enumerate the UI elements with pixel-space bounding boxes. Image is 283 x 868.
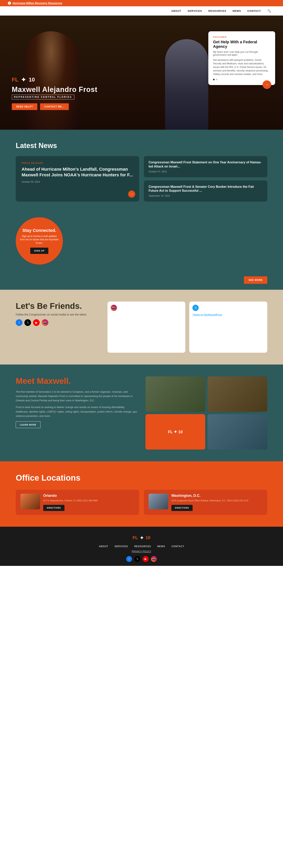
footer-social: f 𝕏 ▶ 📷 bbox=[16, 556, 267, 562]
meet-title: Meet Maxwell. bbox=[16, 376, 138, 386]
hurricane-link[interactable]: Hurricane Milton Recovery Resources bbox=[12, 2, 62, 5]
card-dots bbox=[213, 79, 271, 80]
nav-contact[interactable]: CONTACT bbox=[247, 9, 261, 12]
orlando-name: Orlando bbox=[43, 494, 98, 498]
featured-card: FEATURED Get Help With a Federal Agency … bbox=[208, 31, 275, 85]
dc-directions-button[interactable]: DIRECTIONS bbox=[171, 505, 192, 511]
dot-1[interactable] bbox=[213, 79, 215, 80]
news-side-2-date: September 19, 2024 bbox=[149, 194, 262, 197]
orlando-addr: 617 N. Magnolia Ave. Orlando, FL 32801 (… bbox=[43, 499, 98, 502]
dc-info: Washington, D.C. 1224 Longworth House Of… bbox=[171, 494, 248, 511]
hero-section: FL 10 Maxwell Alejandro Frost REPRESENTI… bbox=[0, 16, 283, 130]
footer-twitter-icon[interactable]: 𝕏 bbox=[134, 556, 140, 562]
twitter-feed: 𝕏 Tweets by RepMaxwellFrost bbox=[189, 302, 267, 353]
footer-logo: FL ✦ 10 bbox=[16, 534, 267, 541]
meet-left: Meet Maxwell. The first member of Genera… bbox=[16, 376, 138, 428]
news-main-title: Ahead of Hurricane Milton's Landfall, Co… bbox=[22, 166, 133, 178]
orlando-image bbox=[21, 494, 40, 509]
news-side-2[interactable]: Congressman Maxwell Frost & Senator Cory… bbox=[144, 181, 267, 202]
instagram-feed-header: 📷 bbox=[111, 305, 182, 311]
twitter-feed-header: 𝕏 bbox=[192, 305, 264, 311]
latest-news-title: Latest News bbox=[16, 142, 267, 150]
learn-more-button[interactable]: LEARN MORE bbox=[16, 422, 40, 428]
dot-2[interactable] bbox=[216, 79, 217, 80]
featured-tag: FEATURED bbox=[213, 36, 271, 38]
instagram-feed-icon: 📷 bbox=[111, 305, 117, 311]
offices-section: Office Locations Orlando 617 N. Magnolia… bbox=[0, 461, 283, 527]
privacy-policy-link[interactable]: PRIVACY POLICY bbox=[16, 550, 267, 553]
orlando-directions-button[interactable]: DIRECTIONS bbox=[43, 505, 65, 511]
news-main-article[interactable]: PRESS RELEASE Ahead of Hurricane Milton'… bbox=[16, 156, 139, 202]
hero-person-right bbox=[165, 39, 208, 130]
hero-badge: FL 10 bbox=[12, 76, 98, 84]
nav-news[interactable]: NEWS bbox=[233, 9, 241, 12]
featured-subtitle: My team and I can help you cut through g… bbox=[213, 51, 271, 56]
footer-instagram-icon[interactable]: 📷 bbox=[151, 556, 157, 562]
offices-grid: Orlando 617 N. Magnolia Ave. Orlando, FL… bbox=[16, 490, 267, 515]
meet-image-1 bbox=[145, 376, 205, 412]
dc-name: Washington, D.C. bbox=[171, 494, 248, 498]
main-nav: ABOUT SERVICES RESOURCES NEWS CONTACT 🔍 bbox=[0, 6, 283, 16]
social-feeds: 📷 𝕏 Tweets by RepMaxwellFrost bbox=[107, 302, 267, 353]
need-help-button[interactable]: NEED HELP? bbox=[12, 103, 37, 110]
news-main-arrow[interactable]: → bbox=[128, 190, 135, 197]
hero-name: Maxwell Alejandro Frost bbox=[12, 86, 98, 93]
tweets-link[interactable]: Tweets by RepMaxwellFrost bbox=[192, 313, 264, 316]
dc-image bbox=[149, 494, 168, 509]
top-banner: ! Hurricane Milton Recovery Resources bbox=[0, 0, 283, 6]
sign-up-button[interactable]: SIGN UP bbox=[30, 248, 48, 254]
youtube-icon[interactable]: ▶ bbox=[33, 319, 40, 326]
logo-badge-small: FL ✦ 10 bbox=[168, 429, 183, 435]
news-main-date: October 08, 2024 bbox=[22, 181, 133, 183]
contact-me-button[interactable]: CONTACT ME... bbox=[40, 103, 69, 110]
footer-star-icon: ✦ bbox=[140, 534, 144, 541]
lb-star: ✦ bbox=[174, 429, 177, 435]
nav-resources[interactable]: RESOURCES bbox=[208, 9, 226, 12]
news-side-1-title: Congressman Maxwell Frost Statement on O… bbox=[149, 160, 262, 169]
stay-connected-circle: Stay Connected. Sign up to receive e-mai… bbox=[16, 217, 63, 265]
meet-image-4 bbox=[208, 414, 267, 450]
hero-buttons: NEED HELP? CONTACT ME... bbox=[12, 103, 98, 110]
footer-nav-contact[interactable]: CONTACT bbox=[171, 545, 184, 548]
news-side-2-title: Congressman Maxwell Frost & Senator Cory… bbox=[149, 185, 262, 193]
footer-facebook-icon[interactable]: f bbox=[126, 556, 132, 562]
meet-para2: Frost is laser-focused on working to del… bbox=[16, 405, 138, 418]
footer-nav-about[interactable]: ABOUT bbox=[99, 545, 108, 548]
news-side-1-date: October 07, 2024 bbox=[149, 170, 262, 173]
hurricane-icon: ! bbox=[8, 2, 11, 5]
social-title: Let's Be Friends. bbox=[16, 302, 96, 311]
instagram-icon[interactable]: 📷 bbox=[42, 319, 48, 326]
stay-desc: Sign up to receive e-mail updates from m… bbox=[20, 235, 59, 244]
footer-fl: FL bbox=[133, 535, 138, 540]
social-section: Let's Be Friends. Follow the Congressman… bbox=[0, 290, 283, 365]
office-orlando: Orlando 617 N. Magnolia Ave. Orlando, FL… bbox=[16, 490, 139, 515]
offices-title: Office Locations bbox=[16, 473, 267, 483]
featured-next-button[interactable]: → bbox=[262, 80, 271, 89]
footer-nav-resources[interactable]: RESOURCES bbox=[134, 545, 151, 548]
latest-news-section: Latest News PRESS RELEASE Ahead of Hurri… bbox=[0, 130, 283, 213]
hero-star-icon bbox=[20, 76, 28, 84]
instagram-feed: 📷 bbox=[107, 302, 185, 353]
footer-youtube-icon[interactable]: ▶ bbox=[143, 556, 149, 562]
featured-body: Get assistance with passport problems, S… bbox=[213, 58, 271, 76]
nav-services[interactable]: SERVICES bbox=[188, 9, 202, 12]
social-left: Let's Be Friends. Follow the Congressman… bbox=[16, 302, 96, 326]
twitter-icon[interactable]: 𝕏 bbox=[24, 319, 31, 326]
stay-connected-section: Stay Connected. Sign up to receive e-mai… bbox=[0, 213, 283, 274]
footer-nav-news[interactable]: NEWS bbox=[157, 545, 165, 548]
nav-about[interactable]: ABOUT bbox=[171, 9, 181, 12]
meet-maxwell-section: Meet Maxwell. The first member of Genera… bbox=[0, 365, 283, 461]
footer-nav-services[interactable]: SERVICES bbox=[114, 545, 128, 548]
meet-logo-block: FL ✦ 10 bbox=[145, 414, 205, 450]
office-dc: Washington, D.C. 1224 Longworth House Of… bbox=[144, 490, 267, 515]
see-more-button[interactable]: SEE MORE bbox=[244, 276, 267, 284]
meet-images-grid: FL ✦ 10 bbox=[145, 376, 267, 450]
search-icon[interactable]: 🔍 bbox=[267, 9, 271, 13]
meet-image-2 bbox=[208, 376, 267, 412]
hero-text-overlay: FL 10 Maxwell Alejandro Frost REPRESENTI… bbox=[12, 76, 98, 110]
facebook-icon[interactable]: f bbox=[16, 319, 23, 326]
hero-subtitle: REPRESENTING CENTRAL FLORIDA bbox=[12, 95, 74, 99]
orlando-info: Orlando 617 N. Magnolia Ave. Orlando, FL… bbox=[43, 494, 98, 511]
news-side-1[interactable]: Congressman Maxwell Frost Statement on O… bbox=[144, 156, 267, 177]
dc-addr: 1224 Longworth House Office Building, Wa… bbox=[171, 499, 248, 502]
